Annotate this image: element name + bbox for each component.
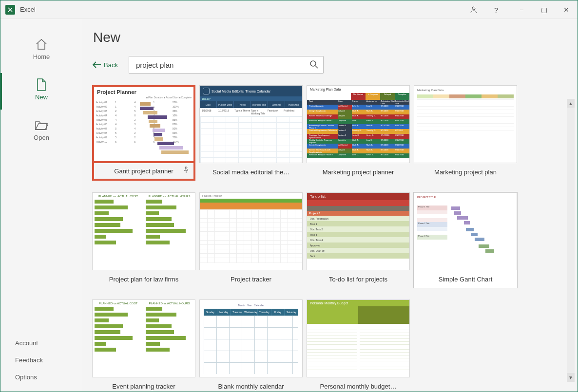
template-label: Personal monthly budget… xyxy=(320,383,397,390)
template-search[interactable] xyxy=(129,56,324,74)
excel-app-icon xyxy=(5,5,15,15)
back-button[interactable]: Back xyxy=(92,61,118,69)
thumb-legend: ■ Plan Duration ■ Actual Start ■ Complet… xyxy=(94,96,193,100)
svg-point-1 xyxy=(472,7,475,10)
window-controls: − ▢ ✕ xyxy=(510,0,578,19)
open-icon xyxy=(0,118,82,132)
scroll-up-button[interactable]: ▲ xyxy=(567,99,575,108)
template-card-social-media[interactable]: Social Media Editorial Theme Calendar Ja… xyxy=(199,85,303,181)
template-thumb: PLANNED vs ACTUAL COST PLANNED vs ACTUAL… xyxy=(92,299,195,377)
scrollbar-vertical[interactable]: ▲ ▼ xyxy=(567,99,575,382)
content-pane: New Back Project Planner ■ Plan Duration… xyxy=(82,19,578,392)
template-thumb: Project Planner ■ Plan Duration ■ Actual… xyxy=(92,85,195,163)
svg-point-2 xyxy=(310,61,316,66)
template-card-simple-gantt[interactable]: PROJECT TITLE Phase 1 Title Phase 2 Titl… xyxy=(414,192,517,288)
search-top-bar: Back xyxy=(92,56,561,74)
home-icon xyxy=(0,37,82,51)
scroll-down-button[interactable]: ▼ xyxy=(567,373,575,382)
template-thumb: To-do list Project 1 Obs. Preparation Ta… xyxy=(307,192,410,270)
backstage-main: Home New Open Account Feedback Options N… xyxy=(0,19,578,392)
maximize-button[interactable]: ▢ xyxy=(533,0,555,19)
pin-icon[interactable] xyxy=(183,167,190,175)
template-label: To-do list for projects xyxy=(329,276,387,283)
template-thumb: Social Media Editorial Theme Calendar Ja… xyxy=(199,85,303,163)
sidebar-item-label: Open xyxy=(0,134,82,141)
sidebar-item-open[interactable]: Open xyxy=(0,112,82,152)
sidebar: Home New Open Account Feedback Options xyxy=(0,19,82,392)
sidebar-bottom-links: Account Feedback Options xyxy=(0,335,82,386)
title-bar: Excel ? − ▢ ✕ xyxy=(0,0,578,19)
back-label: Back xyxy=(104,61,118,69)
template-label: Event planning tracker xyxy=(112,383,175,390)
template-label: Simple Gantt Chart xyxy=(439,276,493,283)
template-label: Gantt project planner xyxy=(114,168,173,175)
template-label: Project tracker xyxy=(231,276,271,283)
account-icon[interactable] xyxy=(462,0,485,19)
app-name: Excel xyxy=(20,6,36,13)
new-icon xyxy=(0,78,82,92)
template-thumb: Marketing Plan Data Not Started In Progr… xyxy=(307,85,410,163)
template-card-law-firms[interactable]: PLANNED vs. ACTUAL COST PLANNED vs. ACTU… xyxy=(92,192,195,288)
template-card-monthly-budget[interactable]: Personal Monthly Budget xyxy=(307,299,410,392)
page-title: New xyxy=(93,30,561,45)
template-card-blank-calendar[interactable]: Month Year Calendar SundayMondayTuesdayW… xyxy=(199,299,303,392)
template-label: Marketing project planner xyxy=(323,168,394,176)
template-label-row: Gantt project planner xyxy=(92,163,195,181)
template-thumb: PROJECT TITLE Phase 1 Title Phase 2 Titl… xyxy=(414,192,517,270)
search-icon[interactable] xyxy=(309,60,318,70)
sidebar-link-feedback[interactable]: Feedback xyxy=(0,352,82,369)
sidebar-link-options[interactable]: Options xyxy=(0,369,82,386)
template-thumb: Project Tracker xyxy=(199,192,303,270)
template-thumb: Marketing Plan Data xyxy=(414,85,517,163)
sidebar-link-account[interactable]: Account xyxy=(0,335,82,352)
search-input[interactable] xyxy=(135,60,309,70)
template-label: Marketing project plan xyxy=(434,168,497,176)
minimize-button[interactable]: − xyxy=(510,0,533,19)
close-button[interactable]: ✕ xyxy=(555,0,578,19)
sidebar-item-label: Home xyxy=(0,53,82,60)
template-card-event-planning[interactable]: PLANNED vs ACTUAL COST PLANNED vs ACTUAL… xyxy=(92,299,195,392)
template-label: Blank monthly calendar xyxy=(218,383,284,390)
template-thumb: PLANNED vs. ACTUAL COST PLANNED vs. ACTU… xyxy=(92,192,195,270)
template-label: Project plan for law firms xyxy=(109,276,178,283)
template-card-marketing-plan[interactable]: Marketing Plan Data Marketing project pl… xyxy=(414,85,517,181)
sidebar-item-label: New xyxy=(0,93,82,101)
help-icon[interactable]: ? xyxy=(485,0,507,19)
template-card-gantt-planner[interactable]: Project Planner ■ Plan Duration ■ Actual… xyxy=(92,85,195,181)
sidebar-item-new[interactable]: New xyxy=(0,71,82,112)
template-card-marketing-planner[interactable]: Marketing Plan Data Not Started In Progr… xyxy=(307,85,410,181)
sidebar-item-home[interactable]: Home xyxy=(0,31,82,71)
template-card-project-tracker[interactable]: Project Tracker Project tracker xyxy=(199,192,303,288)
template-label: Social media editorial the… xyxy=(212,168,289,176)
template-card-todo-list[interactable]: To-do list Project 1 Obs. Preparation Ta… xyxy=(307,192,410,288)
template-grid: Project Planner ■ Plan Duration ■ Actual… xyxy=(92,85,561,392)
template-thumb: Month Year Calendar SundayMondayTuesdayW… xyxy=(199,299,303,377)
template-thumb: Personal Monthly Budget xyxy=(307,299,410,377)
thumb-title: Project Planner xyxy=(94,87,193,96)
